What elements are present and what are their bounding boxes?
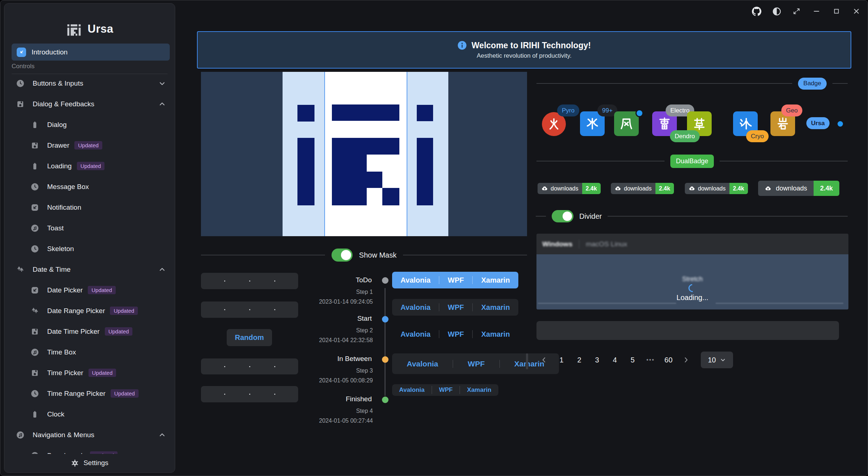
- badge-divider: Badge: [536, 77, 848, 90]
- sidebar-item-date-time[interactable]: Date & Time: [4, 259, 175, 280]
- page-size-select[interactable]: 10: [701, 352, 733, 368]
- page-ellipsis[interactable]: •••: [646, 357, 655, 363]
- downloads-dual-badge: downloads2.4k: [611, 183, 674, 194]
- timeline: ToDoStep 12023-01-14 09:24:05StartStep 2…: [305, 272, 396, 431]
- sidebar-item-time-range-picker[interactable]: Time Range PickerUpdated: [4, 383, 175, 404]
- chevron-left-icon[interactable]: [540, 356, 548, 364]
- notification-arrow-icon: [30, 286, 39, 295]
- page-button-last[interactable]: 60: [665, 356, 672, 364]
- sidebar-item-date-picker[interactable]: Date PickerUpdated: [4, 280, 175, 300]
- divider-line: [538, 303, 676, 304]
- button-avalonia[interactable]: Avalonia: [400, 276, 431, 284]
- button-avalonia[interactable]: Avalonia: [407, 360, 438, 368]
- sidebar-item-date-range-picker[interactable]: Date Range PickerUpdated: [4, 300, 175, 321]
- page-size-value: 10: [708, 356, 716, 364]
- random-button[interactable]: Random: [227, 329, 272, 346]
- logo-block: [297, 105, 314, 122]
- step-dot-icon: [382, 356, 388, 363]
- theme-contrast-icon[interactable]: [772, 7, 781, 16]
- divider-demo-row: Divider: [536, 210, 848, 223]
- updated-badge: Updated: [111, 389, 139, 398]
- show-mask-toggle[interactable]: [332, 249, 353, 262]
- sidebar-item-time-picker[interactable]: Time PickerUpdated: [4, 362, 175, 383]
- updated-badge: Updated: [105, 327, 133, 336]
- step-time: 2024-01-04 22:32:58: [305, 337, 373, 344]
- date-input[interactable]: [201, 301, 298, 318]
- sidebar-item-navigation-menus[interactable]: Navigation & Menus: [4, 424, 175, 445]
- sidebar-item-drawer[interactable]: DrawerUpdated: [4, 135, 175, 156]
- badge-divider-label: Badge: [798, 78, 827, 90]
- page-button-2[interactable]: 2: [575, 356, 583, 364]
- tab-windows[interactable]: Windows: [542, 240, 572, 248]
- badge-dot-icon: [635, 109, 643, 117]
- sidebar-item-time-box[interactable]: Time Box: [4, 342, 175, 362]
- button-xamarin[interactable]: Xamarin: [514, 360, 544, 368]
- button-wpf[interactable]: WPF: [468, 360, 485, 368]
- banner-subtitle: Aesthetic revolution of productivity.: [477, 52, 571, 60]
- separator: [439, 330, 439, 338]
- tab-macos-linux[interactable]: macOS Linux: [586, 240, 627, 248]
- button-avalonia[interactable]: Avalonia: [399, 386, 424, 394]
- sidebar-item-message-box[interactable]: Message Box: [4, 176, 175, 197]
- minimize-icon[interactable]: [812, 7, 821, 16]
- button-xamarin[interactable]: Xamarin: [481, 330, 510, 338]
- page-button-1[interactable]: 1: [558, 356, 565, 364]
- updated-badge: Updated: [88, 286, 116, 294]
- sidebar-item-loading[interactable]: LoadingUpdated: [4, 156, 175, 176]
- logo-block: [417, 105, 433, 121]
- separator: [439, 276, 439, 284]
- page-button-3[interactable]: 3: [593, 356, 601, 364]
- button-xamarin[interactable]: Xamarin: [467, 386, 491, 394]
- button-avalonia[interactable]: Avalonia: [400, 330, 431, 338]
- dual-badge-right: 2.4k: [582, 183, 601, 194]
- sidebar-item-toast[interactable]: Toast: [4, 218, 175, 238]
- text-input[interactable]: [536, 321, 839, 340]
- page-button-4[interactable]: 4: [611, 356, 619, 364]
- floppy-icon: [30, 369, 39, 377]
- divider-toggle[interactable]: [552, 210, 573, 222]
- close-icon[interactable]: [852, 7, 861, 16]
- button-xamarin[interactable]: Xamarin: [481, 276, 510, 284]
- sidebar-item-dialog[interactable]: Dialog: [4, 114, 175, 135]
- floppy-icon: [30, 327, 39, 336]
- music-note-icon: [30, 224, 39, 233]
- sidebar-item-date-time-picker[interactable]: Date Time PickerUpdated: [4, 321, 175, 342]
- timeline-line: [384, 288, 386, 396]
- scrollbar-thumb[interactable]: [526, 353, 528, 369]
- step-time: 2024-01-05 00:08:29: [305, 377, 373, 384]
- sidebar-item-introduction[interactable]: Introduction: [12, 44, 170, 61]
- button-wpf[interactable]: WPF: [448, 276, 464, 284]
- button-wpf[interactable]: WPF: [448, 330, 464, 338]
- dualbadge-divider: DualBadge: [536, 154, 848, 168]
- downloads-dual-badge: downloads2.4k: [758, 181, 839, 196]
- settings-button[interactable]: Settings: [5, 454, 174, 472]
- button-wpf[interactable]: WPF: [439, 386, 453, 394]
- github-icon[interactable]: [752, 7, 761, 16]
- fullscreen-icon[interactable]: [792, 7, 801, 16]
- date-input[interactable]: [201, 358, 298, 374]
- sidebar-item-notification[interactable]: Notification: [4, 197, 175, 218]
- divider-line: [536, 216, 546, 217]
- sidebar-item-label: Loading: [47, 162, 72, 170]
- downloads-dual-badge: downloads2.4k: [685, 183, 748, 194]
- battery-icon: [30, 120, 39, 129]
- sidebar-item-skeleton[interactable]: Skeleton: [4, 238, 175, 259]
- page-button-5[interactable]: 5: [629, 356, 637, 364]
- button-xamarin[interactable]: Xamarin: [481, 303, 510, 312]
- maximize-icon[interactable]: [832, 7, 841, 16]
- button-wpf[interactable]: WPF: [448, 303, 464, 312]
- sidebar-item-dialog-feedbacks[interactable]: Dialog & Feedbacks: [4, 94, 175, 114]
- logo-block: [417, 138, 433, 205]
- chevron-right-icon[interactable]: [682, 356, 690, 364]
- notification-arrow-icon: [17, 48, 26, 57]
- sidebar-item-clock[interactable]: Clock: [4, 404, 175, 424]
- grass-glyph-icon: [692, 117, 706, 131]
- date-input[interactable]: [201, 386, 298, 402]
- sidebar-item-label: Date Picker: [47, 286, 83, 294]
- sidebar-item-buttons-inputs[interactable]: Buttons & Inputs: [4, 73, 175, 94]
- date-input[interactable]: [201, 273, 298, 289]
- battery-icon: [30, 162, 39, 171]
- divider-line: [832, 83, 848, 84]
- dual-badge-right: 2.4k: [729, 183, 748, 194]
- button-avalonia[interactable]: Avalonia: [400, 303, 431, 312]
